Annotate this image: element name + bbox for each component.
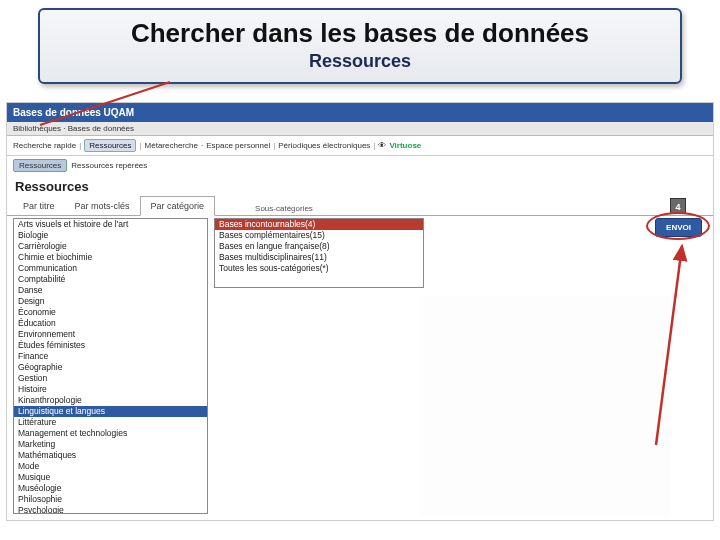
subcategories-label: Sous-catégories — [255, 200, 313, 215]
nav-recherche-rapide[interactable]: Recherche rapide — [13, 141, 76, 150]
list-item[interactable]: Biologie — [14, 230, 207, 241]
list-item[interactable]: Arts visuels et histoire de l'art — [14, 219, 207, 230]
sub-nav: Ressources Ressources repérées — [7, 156, 713, 175]
list-item[interactable]: Psychologie — [14, 505, 207, 514]
nav-periodiques[interactable]: Périodiques électroniques — [278, 141, 370, 150]
list-item[interactable]: Marketing — [14, 439, 207, 450]
tab-par-titre[interactable]: Par titre — [13, 197, 65, 215]
list-item[interactable]: Bases complémentaires(15) — [215, 230, 423, 241]
subcategories-listbox[interactable]: Bases incontournables(4)Bases complément… — [214, 218, 424, 288]
list-item[interactable]: Bases multidisciplinaires(11) — [215, 252, 423, 263]
eye-icon: 👁 — [378, 141, 386, 150]
list-item[interactable]: Bases en langue française(8) — [215, 241, 423, 252]
list-item[interactable]: Design — [14, 296, 207, 307]
list-item[interactable]: Mode — [14, 461, 207, 472]
page-title: Ressources — [7, 175, 713, 196]
tab-par-mots-cles[interactable]: Par mots-clés — [65, 197, 140, 215]
list-item[interactable]: Danse — [14, 285, 207, 296]
tab-par-categorie[interactable]: Par catégorie — [140, 196, 216, 216]
list-item[interactable]: Toutes les sous-catégories(*) — [215, 263, 423, 274]
categories-listbox[interactable]: Arts visuels et histoire de l'artBiologi… — [13, 218, 208, 514]
list-item[interactable]: Géographie — [14, 362, 207, 373]
list-item[interactable]: Littérature — [14, 417, 207, 428]
main-nav: Recherche rapide | Ressources | Métarech… — [7, 136, 713, 156]
submit-button[interactable]: ENVOI — [655, 218, 702, 237]
list-item[interactable]: Finance — [14, 351, 207, 362]
list-item[interactable]: Linguistique et langues — [14, 406, 207, 417]
list-item[interactable]: Bases incontournables(4) — [215, 219, 423, 230]
slide-title-box: Chercher dans les bases de données Resso… — [38, 8, 682, 84]
nav-metarecherche[interactable]: Métarecherche — [145, 141, 198, 150]
list-item[interactable]: Gestion — [14, 373, 207, 384]
slide-title: Chercher dans les bases de données — [50, 18, 670, 49]
list-item[interactable]: Muséologie — [14, 483, 207, 494]
list-item[interactable]: Études féministes — [14, 340, 207, 351]
blank-panel — [420, 296, 670, 516]
nav-ressources[interactable]: Ressources — [84, 139, 136, 152]
annotation-line-icon — [30, 80, 180, 130]
nav-brand[interactable]: Virtuose — [389, 141, 421, 150]
list-item[interactable]: Histoire — [14, 384, 207, 395]
list-item[interactable]: Éducation — [14, 318, 207, 329]
step-badge: 4 — [670, 198, 686, 214]
subnav-reperes[interactable]: Ressources repérées — [71, 161, 147, 170]
list-item[interactable]: Musique — [14, 472, 207, 483]
list-item[interactable]: Environnement — [14, 329, 207, 340]
list-item[interactable]: Philosophie — [14, 494, 207, 505]
list-item[interactable]: Mathématiques — [14, 450, 207, 461]
list-item[interactable]: Comptabilité — [14, 274, 207, 285]
subnav-ressources-chip[interactable]: Ressources — [13, 159, 67, 172]
list-item[interactable]: Kinanthropologie — [14, 395, 207, 406]
slide-subtitle: Ressources — [50, 51, 670, 72]
list-item[interactable]: Économie — [14, 307, 207, 318]
list-item[interactable]: Management et technologies — [14, 428, 207, 439]
tabs-row: Par titre Par mots-clés Par catégorie So… — [7, 196, 713, 216]
svg-line-0 — [40, 82, 170, 125]
list-item[interactable]: Carrièrologie — [14, 241, 207, 252]
nav-espace-perso[interactable]: Espace personnel — [206, 141, 270, 150]
list-item[interactable]: Chimie et biochimie — [14, 252, 207, 263]
list-item[interactable]: Communication — [14, 263, 207, 274]
